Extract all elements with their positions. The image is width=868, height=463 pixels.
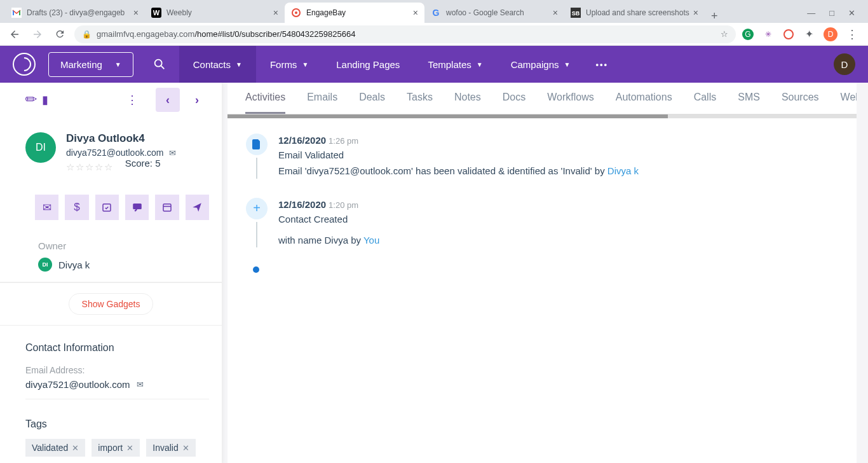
star-rating[interactable]: ☆☆☆☆☆ [66, 162, 114, 173]
brand-logo-icon[interactable] [13, 53, 36, 76]
timeline-date: 12/16/2020 [278, 199, 326, 210]
tab-calls[interactable]: Calls [694, 92, 717, 114]
tab-sms[interactable]: SMS [738, 92, 760, 114]
nav-forms[interactable]: Forms▼ [256, 46, 322, 83]
show-gadgets-button[interactable]: Show Gadgets [69, 293, 154, 315]
mail-icon[interactable]: ✉ [169, 148, 176, 158]
timeline-description: with name Divya by You [278, 233, 839, 248]
tag-chip[interactable]: import✕ [92, 439, 140, 457]
contact-name: Divya Outlook4 [66, 132, 176, 145]
tab-activities[interactable]: Activities [245, 92, 285, 114]
contact-avatar: DI [25, 132, 56, 163]
tab-notes[interactable]: Notes [454, 92, 481, 114]
sb-icon: SB [571, 8, 581, 18]
svg-point-8 [784, 30, 793, 39]
nav-items: Contacts▼ Forms▼ Landing Pages Templates… [179, 46, 620, 83]
browser-tab-sb[interactable]: SB Upload and share screenshots × [564, 3, 705, 23]
nav-more-icon[interactable]: ••• [584, 60, 620, 69]
contact-sidebar: ✎ ▮ ⋮ ‹ › DI Divya Outlook4 divya7521@ou… [0, 83, 222, 463]
svg-rect-13 [163, 204, 171, 211]
tab-deals[interactable]: Deals [359, 92, 385, 114]
tab-docs[interactable]: Docs [503, 92, 526, 114]
tab-automations[interactable]: Automations [616, 92, 672, 114]
schedule-action-button[interactable] [155, 195, 179, 220]
nav-campaigns[interactable]: Campaigns▼ [497, 46, 585, 83]
close-icon[interactable]: × [133, 8, 139, 18]
tab-tasks[interactable]: Tasks [407, 92, 433, 114]
weebly-icon: W [151, 8, 161, 18]
tags-row: Validated✕ import✕ Invalid✕ [25, 439, 209, 457]
timeline-title: Email Validated [278, 149, 839, 160]
remove-tag-icon[interactable]: ✕ [72, 443, 79, 453]
contact-email: divya7521@outlook.com [66, 148, 164, 158]
tab-web-analytics[interactable]: Web Analy [841, 92, 857, 114]
url-text: gmailmfvq.engagebay.com/home#list/0/subs… [97, 29, 355, 39]
prev-contact-button[interactable]: ‹ [156, 88, 180, 112]
browser-menu-icon[interactable]: ⋮ [846, 27, 858, 41]
search-icon[interactable] [153, 57, 166, 71]
minimize-icon[interactable]: — [807, 8, 815, 18]
tag-chip[interactable]: Invalid✕ [146, 439, 195, 457]
close-icon[interactable]: × [273, 8, 278, 18]
nav-contacts[interactable]: Contacts▼ [179, 46, 256, 83]
tab-sources[interactable]: Sources [782, 92, 819, 114]
deal-action-button[interactable]: $ [65, 195, 88, 220]
browser-profile-avatar[interactable]: D [824, 27, 837, 41]
remove-tag-icon[interactable]: ✕ [126, 443, 133, 453]
timeline-user-link[interactable]: You [363, 235, 379, 245]
nav-templates[interactable]: Templates▼ [414, 46, 496, 83]
maximize-icon[interactable]: □ [829, 8, 834, 18]
user-avatar[interactable]: D [834, 53, 855, 75]
close-icon[interactable]: × [413, 8, 418, 18]
browser-tab-engagebay[interactable]: EngageBay × [285, 3, 424, 23]
extension-gear-icon[interactable]: ✳ [763, 29, 774, 40]
extensions-puzzle-icon[interactable]: ✦ [803, 29, 815, 40]
next-contact-button[interactable]: › [185, 88, 209, 112]
contact-info-section: Contact Information Email Address: divya… [0, 326, 222, 410]
tag-chip[interactable]: Validated✕ [25, 439, 85, 457]
timeline-user-link[interactable]: Divya k [607, 165, 639, 176]
forward-button[interactable] [29, 26, 46, 43]
edit-icon[interactable]: ✎ [21, 90, 41, 109]
chevron-down-icon: ▼ [302, 61, 308, 68]
chevron-down-icon: ▼ [564, 61, 571, 68]
file-icon [246, 134, 268, 155]
browser-tab-weebly[interactable]: W Weebly × [145, 3, 285, 23]
extension-engagebay-icon[interactable] [783, 29, 794, 40]
star-icon[interactable]: ☆ [721, 29, 728, 39]
contact-header: DI Divya Outlook4 divya7521@outlook.com … [0, 121, 222, 179]
timeline-title: Contact Created [278, 214, 839, 225]
timeline-connector [256, 222, 257, 248]
timeline-description: Email 'divya7521@outlook.com' has been v… [278, 164, 839, 179]
chat-action-button[interactable] [125, 195, 149, 220]
timeline-connector [256, 158, 257, 179]
send-action-button[interactable] [186, 195, 209, 220]
nav-landing-pages[interactable]: Landing Pages [322, 46, 414, 83]
grammarly-icon[interactable]: G [742, 29, 754, 40]
module-switcher[interactable]: Marketing ▼ [48, 52, 133, 77]
tab-workflows[interactable]: Workflows [547, 92, 594, 114]
remove-tag-icon[interactable]: ✕ [182, 443, 189, 453]
address-bar[interactable]: 🔒 gmailmfvq.engagebay.com/home#list/0/su… [74, 25, 736, 43]
back-button[interactable] [6, 26, 23, 43]
rail-toggle-icon[interactable]: ▮ [42, 93, 48, 107]
reload-button[interactable] [52, 26, 68, 42]
contact-action-row: ✉ $ [0, 179, 222, 228]
close-icon[interactable]: × [553, 8, 558, 18]
owner-avatar: DI [38, 258, 52, 272]
timeline-end-marker [253, 266, 259, 273]
tab-emails[interactable]: Emails [307, 92, 337, 114]
browser-tab-gmail[interactable]: Drafts (23) - divya@engageb × [5, 3, 145, 23]
browser-tab-google[interactable]: G wofoo - Google Search × [424, 3, 564, 23]
kebab-menu-icon[interactable]: ⋮ [126, 93, 138, 107]
email-address-value: divya7521@outlook.com ✉ [25, 379, 209, 399]
close-icon[interactable]: × [693, 8, 698, 18]
email-action-button[interactable]: ✉ [35, 195, 58, 220]
close-window-icon[interactable]: ✕ [848, 8, 855, 18]
new-tab-button[interactable]: + [705, 10, 724, 23]
owner-row[interactable]: DI Divya k [38, 258, 209, 272]
contact-info-heading: Contact Information [25, 342, 209, 354]
timeline-time: 1:26 pm [329, 136, 358, 146]
mail-icon[interactable]: ✉ [137, 380, 144, 389]
task-action-button[interactable] [95, 195, 119, 220]
